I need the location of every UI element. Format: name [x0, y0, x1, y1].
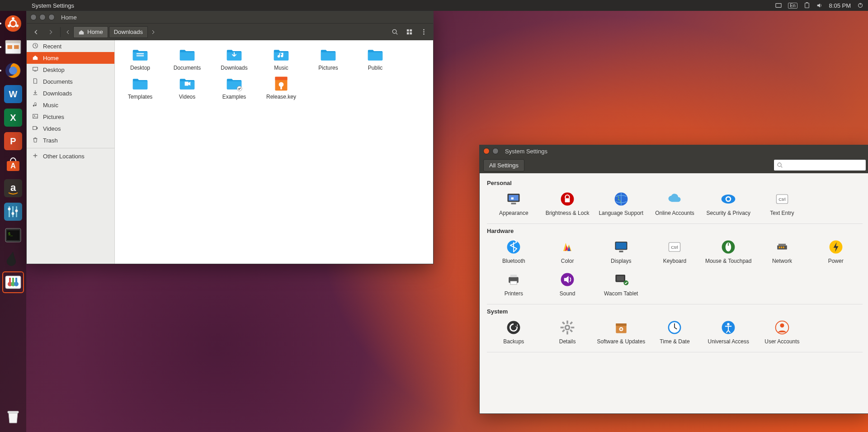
launcher-calc[interactable]: X [2, 107, 24, 128]
window-close-button[interactable] [30, 14, 37, 20]
settings-item-label: Displays [611, 258, 631, 264]
settings-titlebar[interactable]: System Settings [480, 145, 868, 157]
launcher-writer[interactable]: W [2, 83, 24, 105]
svg-point-64 [778, 163, 781, 166]
window-minimize-button[interactable] [39, 14, 46, 20]
sidebar-pictures[interactable]: Pictures [27, 111, 114, 123]
globe-icon [612, 190, 630, 208]
settings-search[interactable] [774, 159, 866, 171]
keyboard-language-indicator[interactable]: En [788, 3, 797, 9]
hamburger-menu-button[interactable] [417, 26, 430, 38]
settings-item-printer[interactable]: Printers [487, 269, 541, 299]
sidebar-desktop[interactable]: Desktop [27, 64, 114, 76]
file-label: Downloads [221, 65, 247, 71]
settings-item-eye[interactable]: Security & Privacy [702, 188, 755, 218]
files-content[interactable]: DesktopDocumentsDownloadsMusicPicturesPu… [115, 40, 433, 264]
file-item[interactable]: Downloads [215, 47, 253, 71]
sidebar-recent[interactable]: Recent [27, 40, 114, 52]
launcher-ubuntu-dash[interactable] [2, 13, 24, 34]
launcher-trash[interactable] [2, 406, 24, 427]
svg-point-118 [780, 323, 784, 328]
settings-item-clock[interactable]: Time & Date [648, 317, 702, 347]
path-back-button[interactable] [63, 26, 72, 38]
settings-item-lock[interactable]: Brightness & Lock [541, 188, 594, 218]
settings-item-display[interactable]: Displays [594, 236, 648, 266]
breadcrumb-home[interactable]: Home [73, 26, 108, 38]
launcher-amazon[interactable]: a [2, 177, 24, 199]
settings-search-input[interactable] [783, 162, 863, 169]
sidebar-trash[interactable]: Trash [27, 134, 114, 146]
settings-item-access[interactable]: Universal Access [702, 317, 755, 347]
svg-rect-108 [562, 329, 565, 332]
settings-item-user[interactable]: User Accounts [755, 317, 809, 347]
sidebar-videos[interactable]: Videos [27, 123, 114, 134]
settings-item-globe[interactable]: Language Support [594, 188, 648, 218]
file-item[interactable]: Pictures [309, 47, 347, 71]
settings-item-keyboard[interactable]: CtrlKeyboard [648, 236, 702, 266]
sidebar-label: Downloads [43, 90, 72, 97]
battery-icon[interactable] [804, 2, 810, 9]
launcher-system-settings[interactable] [2, 271, 24, 293]
window-maximize-button[interactable] [48, 14, 55, 20]
session-gear-icon[interactable] [857, 2, 863, 9]
launcher-firefox[interactable] [2, 60, 24, 81]
file-item[interactable]: Templates [121, 76, 159, 100]
clock[interactable]: 8:05 PM [829, 2, 851, 9]
settings-item-gear[interactable]: Details [541, 317, 594, 347]
path-forward-button[interactable] [149, 26, 158, 38]
svg-rect-28 [12, 206, 14, 217]
settings-item-appearance[interactable]: Appearance [487, 188, 541, 218]
file-item[interactable]: Videos [168, 76, 206, 100]
settings-item-label: Backups [503, 338, 524, 345]
settings-item-package[interactable]: Software & Updates [594, 317, 648, 347]
file-item[interactable]: Release.key [262, 76, 300, 100]
files-titlebar[interactable]: Home [27, 11, 433, 23]
svg-rect-11 [5, 40, 21, 43]
sidebar-documents[interactable]: Documents [27, 76, 114, 87]
sidebar-downloads[interactable]: Downloads [27, 87, 114, 99]
sidebar-music[interactable]: Music [27, 99, 114, 111]
launcher-terminal[interactable]: $_ [2, 224, 24, 246]
file-item[interactable]: Public [356, 47, 394, 71]
sidebar-label: Other Locations [43, 153, 85, 160]
svg-point-99 [507, 321, 520, 334]
settings-item-label: Color [561, 258, 574, 264]
file-item[interactable]: Desktop [121, 47, 159, 71]
settings-item-label: Bluetooth [502, 258, 525, 264]
settings-item-bluetooth[interactable]: Bluetooth [487, 236, 541, 266]
nav-forward-button[interactable] [44, 26, 57, 38]
breadcrumb-downloads[interactable]: Downloads [109, 26, 148, 38]
window-close-button[interactable] [483, 148, 490, 154]
file-item[interactable]: Examples [215, 76, 253, 100]
sidebar-home[interactable]: Home [27, 52, 114, 64]
search-button[interactable] [388, 26, 401, 38]
settings-item-power[interactable]: Power [809, 236, 863, 266]
settings-item-network[interactable]: Network [755, 236, 809, 266]
launcher-software[interactable]: A [2, 154, 24, 176]
clock-icon [665, 318, 684, 337]
settings-item-ctrl[interactable]: CtrlText Entry [755, 188, 809, 218]
launcher-inkscape[interactable] [2, 248, 24, 270]
launcher-sound-settings[interactable] [2, 201, 24, 223]
sidebar-other[interactable]: Other Locations [27, 150, 114, 162]
settings-item-color[interactable]: Color [541, 236, 594, 266]
view-grid-button[interactable] [402, 26, 416, 38]
top-menubar: System Settings En 8:05 PM [0, 0, 868, 11]
lock-icon [558, 190, 576, 208]
launcher-impress[interactable]: P [2, 130, 24, 152]
messaging-icon[interactable] [775, 2, 782, 9]
settings-window-title: System Settings [505, 148, 547, 155]
file-item[interactable]: Music [262, 47, 300, 71]
file-item[interactable]: Documents [168, 47, 206, 71]
nav-back-button[interactable] [29, 26, 43, 38]
launcher-files[interactable] [2, 36, 24, 58]
volume-icon[interactable] [816, 2, 823, 9]
settings-item-label: Mouse & Touchpad [705, 258, 752, 264]
window-minimize-button[interactable] [492, 148, 499, 154]
settings-item-backup[interactable]: Backups [487, 317, 541, 347]
settings-item-wacom[interactable]: Wacom Tablet [594, 269, 648, 299]
settings-item-sound[interactable]: Sound [541, 269, 594, 299]
settings-item-cloud[interactable]: Online Accounts [648, 188, 702, 218]
all-settings-button[interactable]: All Settings [483, 159, 524, 171]
settings-item-mouse[interactable]: Mouse & Touchpad [702, 236, 755, 266]
